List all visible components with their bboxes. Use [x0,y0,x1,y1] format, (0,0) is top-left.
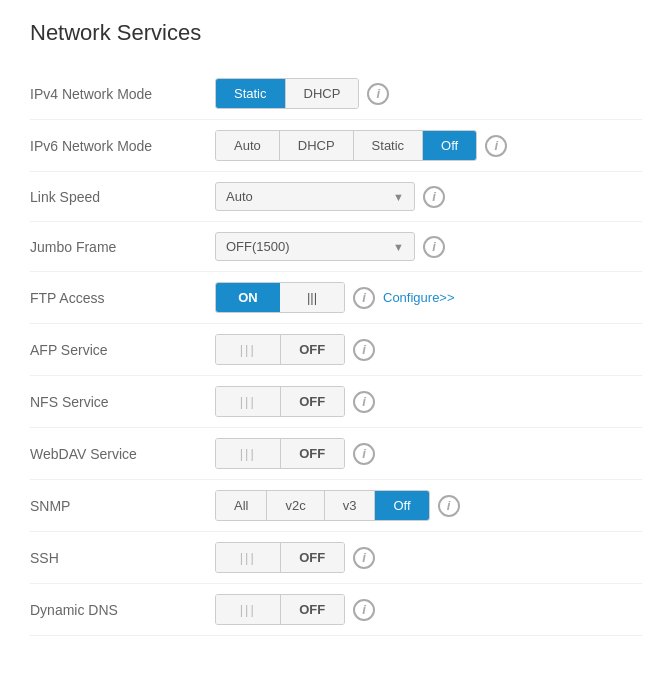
toggle-off-btn-nfs-service[interactable]: OFF [281,387,345,416]
row-ssh: SSH|||OFFi [30,532,642,584]
btn-snmp-v3[interactable]: v3 [325,491,376,520]
controls-ipv4-network-mode: StaticDHCPi [215,78,389,109]
label-dynamic-dns: Dynamic DNS [30,602,215,618]
dropdown-link-speed[interactable]: Auto▼ [215,182,415,211]
toggle-dynamic-dns: |||OFF [215,594,345,625]
info-icon-nfs-service[interactable]: i [353,391,375,413]
row-ipv6-network-mode: IPv6 Network ModeAutoDHCPStaticOffi [30,120,642,172]
toggle-off-btn-ssh[interactable]: OFF [281,543,345,572]
btn-snmp-v2c[interactable]: v2c [267,491,324,520]
info-icon-snmp[interactable]: i [438,495,460,517]
btn-group-ipv6-network-mode: AutoDHCPStaticOff [215,130,477,161]
toggle-on-btn-nfs-service[interactable]: ||| [216,387,281,416]
btn-ipv6-network-mode-auto[interactable]: Auto [216,131,280,160]
toggle-on-btn-ssh[interactable]: ||| [216,543,281,572]
label-snmp: SNMP [30,498,215,514]
info-icon-ftp-access[interactable]: i [353,287,375,309]
configure-link-ftp-access[interactable]: Configure>> [383,290,455,305]
label-nfs-service: NFS Service [30,394,215,410]
btn-ipv6-network-mode-off[interactable]: Off [423,131,476,160]
controls-jumbo-frame: OFF(1500)▼i [215,232,445,261]
label-ssh: SSH [30,550,215,566]
toggle-on-btn-ftp-access[interactable]: ON [216,283,280,312]
info-icon-afp-service[interactable]: i [353,339,375,361]
info-icon-ssh[interactable]: i [353,547,375,569]
chevron-down-icon: ▼ [393,241,404,253]
page-title: Network Services [30,20,642,46]
chevron-down-icon: ▼ [393,191,404,203]
label-link-speed: Link Speed [30,189,215,205]
controls-ftp-access: ON|||iConfigure>> [215,282,455,313]
label-webdav-service: WebDAV Service [30,446,215,462]
controls-link-speed: Auto▼i [215,182,445,211]
row-dynamic-dns: Dynamic DNS|||OFFi [30,584,642,636]
label-jumbo-frame: Jumbo Frame [30,239,215,255]
info-icon-webdav-service[interactable]: i [353,443,375,465]
controls-dynamic-dns: |||OFFi [215,594,375,625]
info-icon-link-speed[interactable]: i [423,186,445,208]
toggle-off-btn-ftp-access[interactable]: ||| [280,283,344,312]
controls-nfs-service: |||OFFi [215,386,375,417]
toggle-afp-service: |||OFF [215,334,345,365]
btn-ipv6-network-mode-static[interactable]: Static [354,131,424,160]
info-icon-ipv6-network-mode[interactable]: i [485,135,507,157]
toggle-on-btn-afp-service[interactable]: ||| [216,335,281,364]
btn-snmp-all[interactable]: All [216,491,267,520]
dropdown-value-jumbo-frame: OFF(1500) [226,239,290,254]
btn-ipv4-network-mode-dhcp[interactable]: DHCP [286,79,359,108]
dropdown-value-link-speed: Auto [226,189,253,204]
row-jumbo-frame: Jumbo FrameOFF(1500)▼i [30,222,642,272]
toggle-off-btn-afp-service[interactable]: OFF [281,335,345,364]
toggle-on-btn-webdav-service[interactable]: ||| [216,439,281,468]
label-ipv6-network-mode: IPv6 Network Mode [30,138,215,154]
controls-ssh: |||OFFi [215,542,375,573]
label-afp-service: AFP Service [30,342,215,358]
btn-snmp-off[interactable]: Off [375,491,428,520]
toggle-off-btn-webdav-service[interactable]: OFF [281,439,345,468]
dropdown-jumbo-frame[interactable]: OFF(1500)▼ [215,232,415,261]
toggle-on-btn-dynamic-dns[interactable]: ||| [216,595,281,624]
info-icon-dynamic-dns[interactable]: i [353,599,375,621]
controls-afp-service: |||OFFi [215,334,375,365]
toggle-off-btn-dynamic-dns[interactable]: OFF [281,595,345,624]
toggle-nfs-service: |||OFF [215,386,345,417]
row-link-speed: Link SpeedAuto▼i [30,172,642,222]
btn-ipv4-network-mode-static[interactable]: Static [216,79,286,108]
toggle-webdav-service: |||OFF [215,438,345,469]
btn-group-snmp: Allv2cv3Off [215,490,430,521]
controls-webdav-service: |||OFFi [215,438,375,469]
toggle-ftp-access: ON||| [215,282,345,313]
row-ftp-access: FTP AccessON|||iConfigure>> [30,272,642,324]
toggle-ssh: |||OFF [215,542,345,573]
controls-ipv6-network-mode: AutoDHCPStaticOffi [215,130,507,161]
label-ftp-access: FTP Access [30,290,215,306]
row-nfs-service: NFS Service|||OFFi [30,376,642,428]
row-ipv4-network-mode: IPv4 Network ModeStaticDHCPi [30,68,642,120]
row-afp-service: AFP Service|||OFFi [30,324,642,376]
row-snmp: SNMPAllv2cv3Offi [30,480,642,532]
info-icon-ipv4-network-mode[interactable]: i [367,83,389,105]
label-ipv4-network-mode: IPv4 Network Mode [30,86,215,102]
row-webdav-service: WebDAV Service|||OFFi [30,428,642,480]
btn-group-ipv4-network-mode: StaticDHCP [215,78,359,109]
info-icon-jumbo-frame[interactable]: i [423,236,445,258]
btn-ipv6-network-mode-dhcp[interactable]: DHCP [280,131,354,160]
controls-snmp: Allv2cv3Offi [215,490,460,521]
